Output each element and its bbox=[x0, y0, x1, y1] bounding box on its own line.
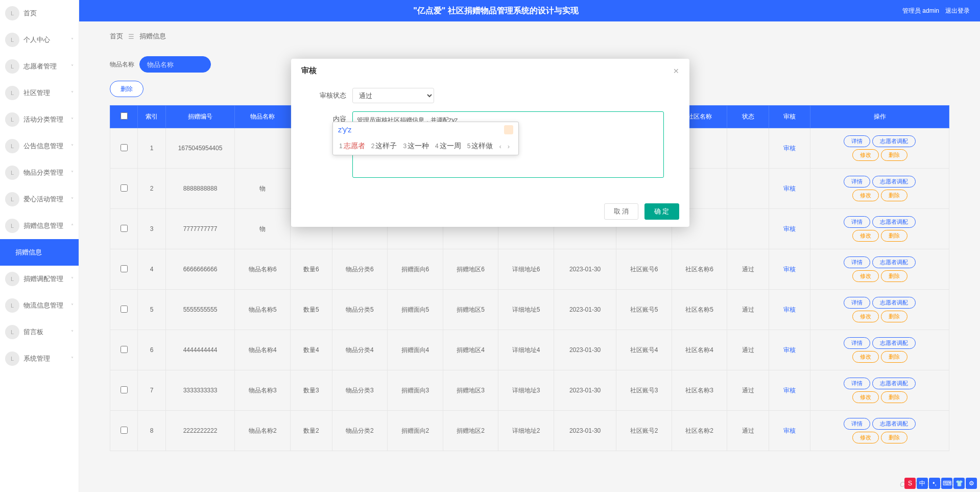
edit-button[interactable]: 修改 bbox=[852, 149, 879, 161]
review-link[interactable]: 审核 bbox=[783, 306, 796, 313]
logout-link[interactable]: 退出登录 bbox=[945, 7, 970, 15]
ime-candidate[interactable]: 3这一种 bbox=[401, 140, 431, 152]
review-link[interactable]: 审核 bbox=[783, 266, 796, 273]
sidebar-item-1[interactable]: L个人中心˅ bbox=[0, 27, 79, 53]
clock-icon: L bbox=[5, 33, 19, 47]
row-checkbox[interactable] bbox=[121, 144, 128, 151]
bc-home[interactable]: 首页 bbox=[110, 32, 123, 41]
chevron-down-icon: ˅ bbox=[71, 117, 74, 123]
clock-icon: L bbox=[5, 325, 19, 339]
sidebar-item-label: 个人中心 bbox=[23, 35, 71, 44]
sidebar-item-5[interactable]: L公告信息管理˅ bbox=[0, 133, 79, 159]
ime-keyboard-icon[interactable]: ⌨ bbox=[941, 478, 952, 489]
sidebar-item-label: 物流信息管理 bbox=[23, 301, 71, 310]
ime-candidate[interactable]: 2这样子 bbox=[369, 140, 399, 152]
assign-button[interactable]: 志愿者调配 bbox=[872, 337, 916, 349]
edit-button[interactable]: 修改 bbox=[852, 351, 879, 363]
detail-button[interactable]: 详情 bbox=[844, 135, 870, 147]
edit-button[interactable]: 修改 bbox=[852, 230, 879, 242]
assign-button[interactable]: 志愿者调配 bbox=[872, 378, 916, 389]
sidebar-item-9[interactable]: 捐赠信息 bbox=[0, 239, 79, 266]
clock-icon: L bbox=[5, 192, 19, 206]
chevron-down-icon: ˅ bbox=[71, 144, 74, 149]
ime-candidate[interactable]: 5这样做 bbox=[465, 140, 495, 152]
edit-button[interactable]: 修改 bbox=[852, 432, 879, 443]
assign-button[interactable]: 志愿者调配 bbox=[872, 216, 916, 228]
sidebar-item-7[interactable]: L爱心活动管理˅ bbox=[0, 186, 79, 213]
edit-button[interactable]: 修改 bbox=[852, 190, 879, 201]
edit-button[interactable]: 修改 bbox=[852, 391, 879, 403]
sidebar-item-0[interactable]: L首页 bbox=[0, 0, 79, 27]
ime-candidate[interactable]: 4这一周 bbox=[433, 140, 463, 152]
sidebar-item-8[interactable]: L捐赠信息管理˄ bbox=[0, 213, 79, 239]
sidebar-item-11[interactable]: L物流信息管理˅ bbox=[0, 292, 79, 319]
detail-button[interactable]: 详情 bbox=[844, 216, 870, 228]
assign-button[interactable]: 志愿者调配 bbox=[872, 297, 916, 309]
table-row: 82222222222物品名称2数量2物品分类2捐赠面向2捐赠地区2详细地址22… bbox=[110, 411, 949, 451]
row-delete-button[interactable]: 删除 bbox=[881, 270, 907, 282]
sidebar-item-4[interactable]: L活动分类管理˅ bbox=[0, 106, 79, 133]
row-delete-button[interactable]: 删除 bbox=[881, 391, 907, 403]
ime-nav-icon[interactable]: › bbox=[506, 143, 512, 150]
chevron-down-icon: ˅ bbox=[71, 37, 74, 43]
review-link[interactable]: 审核 bbox=[783, 346, 796, 354]
row-checkbox[interactable] bbox=[121, 346, 128, 353]
delete-button[interactable]: 删除 bbox=[110, 81, 144, 97]
edit-button[interactable]: 修改 bbox=[852, 270, 879, 282]
row-delete-button[interactable]: 删除 bbox=[881, 190, 907, 201]
row-delete-button[interactable]: 删除 bbox=[881, 149, 907, 161]
clock-icon: L bbox=[5, 219, 19, 233]
table-row: 64444444444物品名称4数量4物品分类4捐赠面向4捐赠地区4详细地址42… bbox=[110, 330, 949, 370]
detail-button[interactable]: 详情 bbox=[844, 176, 870, 188]
sidebar-item-12[interactable]: L留言板˅ bbox=[0, 319, 79, 345]
ime-tool-icon[interactable]: S bbox=[904, 478, 916, 489]
detail-button[interactable]: 详情 bbox=[844, 256, 870, 268]
assign-button[interactable]: 志愿者调配 bbox=[872, 135, 916, 147]
clock-icon: L bbox=[5, 352, 19, 366]
close-icon[interactable]: ✕ bbox=[673, 67, 679, 75]
ime-candidate[interactable]: 1志愿者 bbox=[337, 140, 367, 152]
chevron-down-icon: ˅ bbox=[71, 356, 74, 362]
select-all-checkbox[interactable] bbox=[121, 112, 128, 120]
edit-button[interactable]: 修改 bbox=[852, 311, 879, 322]
row-checkbox[interactable] bbox=[121, 306, 128, 313]
current-user[interactable]: 管理员 admin bbox=[902, 7, 939, 15]
ime-punct-icon[interactable]: •, bbox=[929, 478, 940, 489]
ime-skin-icon[interactable]: 👕 bbox=[953, 478, 965, 489]
review-link[interactable]: 审核 bbox=[783, 387, 796, 394]
row-checkbox[interactable] bbox=[121, 184, 128, 192]
sidebar-item-3[interactable]: L社区管理˅ bbox=[0, 80, 79, 106]
assign-button[interactable]: 志愿者调配 bbox=[872, 256, 916, 268]
sidebar-item-2[interactable]: L志愿者管理˅ bbox=[0, 53, 79, 80]
ime-nav-icon[interactable]: ‹ bbox=[497, 143, 503, 150]
detail-button[interactable]: 详情 bbox=[844, 297, 870, 309]
review-link[interactable]: 审核 bbox=[783, 225, 796, 232]
row-delete-button[interactable]: 删除 bbox=[881, 351, 907, 363]
row-delete-button[interactable]: 删除 bbox=[881, 432, 907, 443]
ime-lang-icon[interactable]: 中 bbox=[917, 478, 928, 489]
ok-button[interactable]: 确 定 bbox=[644, 203, 679, 220]
detail-button[interactable]: 详情 bbox=[844, 337, 870, 349]
chevron-down-icon: ˅ bbox=[71, 64, 74, 69]
cancel-button[interactable]: 取 消 bbox=[604, 203, 639, 220]
detail-button[interactable]: 详情 bbox=[844, 418, 870, 430]
sidebar-item-10[interactable]: L捐赠调配管理˅ bbox=[0, 266, 79, 292]
review-link[interactable]: 审核 bbox=[783, 185, 796, 192]
review-link[interactable]: 审核 bbox=[783, 145, 796, 152]
review-link[interactable]: 审核 bbox=[783, 427, 796, 434]
ime-settings-icon[interactable]: ⚙ bbox=[966, 478, 977, 489]
assign-button[interactable]: 志愿者调配 bbox=[872, 176, 916, 188]
sidebar-item-13[interactable]: L系统管理˅ bbox=[0, 345, 79, 372]
row-checkbox[interactable] bbox=[121, 225, 128, 232]
detail-button[interactable]: 详情 bbox=[844, 378, 870, 389]
assign-button[interactable]: 志愿者调配 bbox=[872, 418, 916, 430]
row-delete-button[interactable]: 删除 bbox=[881, 311, 907, 322]
ime-popup: z'y'z 1志愿者2这样子3这一种4这一周5这样做‹› bbox=[332, 122, 519, 155]
row-checkbox[interactable] bbox=[121, 427, 128, 434]
sidebar-item-6[interactable]: L物品分类管理˅ bbox=[0, 159, 79, 186]
row-checkbox[interactable] bbox=[121, 265, 128, 272]
row-delete-button[interactable]: 删除 bbox=[881, 230, 907, 242]
row-checkbox[interactable] bbox=[121, 386, 128, 393]
item-name-input[interactable] bbox=[139, 56, 211, 73]
status-select[interactable]: 通过 bbox=[352, 88, 434, 103]
